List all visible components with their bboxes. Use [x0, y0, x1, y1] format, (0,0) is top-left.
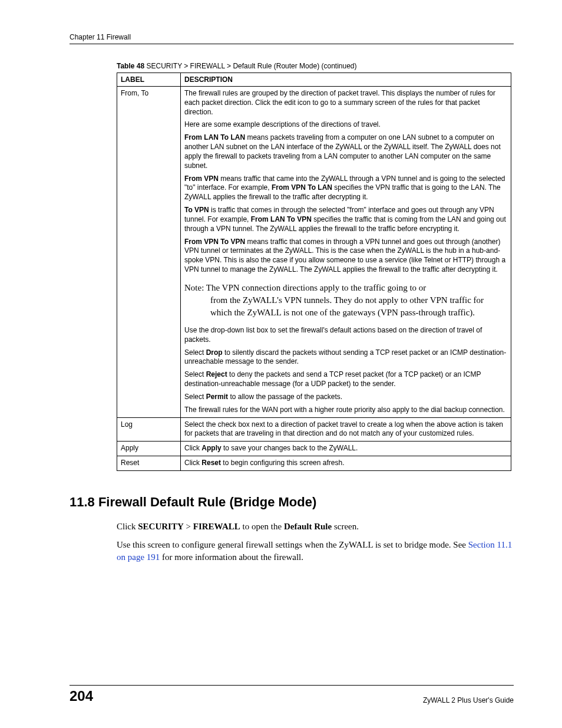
- default-rule-table: Label Description From, To The firewall …: [117, 73, 511, 471]
- note-body: from the ZyWALL's VPN tunnels. They do n…: [184, 294, 507, 319]
- text: Click Reset to begin configuring this sc…: [184, 459, 507, 468]
- text: to silently discard the packets without …: [184, 348, 506, 366]
- table-row: Apply Click Apply to save your changes b…: [117, 442, 511, 456]
- text: Click: [184, 444, 201, 452]
- text: Select: [184, 370, 206, 378]
- text: The firewall rules for the WAN port with…: [184, 406, 507, 415]
- bold: From VPN To VPN: [184, 238, 245, 246]
- text: Use this screen to configure general fir…: [117, 540, 468, 549]
- text: for more information about the firewall.: [160, 552, 303, 562]
- bold: Permit: [206, 393, 228, 401]
- body-paragraph: Click SECURITY > FIREWALL to open the De…: [70, 521, 514, 533]
- table-row: Reset Click Reset to begin configuring t…: [117, 456, 511, 471]
- text: Here are some example descriptions of th…: [184, 120, 507, 130]
- table-caption-label: Table 48: [117, 62, 144, 70]
- bold: FIREWALL: [193, 522, 240, 531]
- body-paragraph: Use this screen to configure general fir…: [70, 539, 514, 564]
- text: >: [184, 522, 193, 531]
- row-label-log: Log: [117, 417, 181, 442]
- th-label: Label: [117, 73, 181, 87]
- section-heading: 11.8 Firewall Default Rule (Bridge Mode): [70, 495, 514, 510]
- th-description: Description: [181, 73, 511, 87]
- text: Select Permit to allow the passage of th…: [184, 393, 507, 402]
- chapter-header: Chapter 11 Firewall: [70, 33, 514, 41]
- text: Select Drop to silently discard the pack…: [184, 348, 507, 367]
- bold: To VPN: [184, 206, 209, 214]
- text: From LAN To LAN means packets traveling …: [184, 133, 507, 170]
- bold: Reset: [201, 459, 221, 467]
- guide-title: ZyWALL 2 Plus User's Guide: [423, 696, 514, 704]
- text: The firewall rules are grouped by the di…: [184, 89, 507, 117]
- text: Select the check box next to a direction…: [184, 420, 507, 439]
- row-desc-apply: Click Apply to save your changes back to…: [181, 442, 511, 456]
- note-first-line: The VPN connection directions apply to t…: [206, 283, 427, 292]
- row-label-apply: Apply: [117, 442, 181, 456]
- text: Select: [184, 348, 206, 357]
- bold: Reject: [206, 370, 227, 378]
- text: screen.: [332, 522, 359, 531]
- row-desc-log: Select the check box next to a direction…: [181, 417, 511, 442]
- table-row: Log Select the check box next to a direc…: [117, 417, 511, 442]
- text: From VPN means traffic that came into th…: [184, 174, 507, 202]
- text: To VPN is traffic that comes in through …: [184, 206, 507, 233]
- text: Select: [184, 393, 206, 401]
- text: to begin configuring this screen afresh.: [221, 459, 344, 467]
- bold: Apply: [201, 444, 221, 452]
- page-footer: 204 ZyWALL 2 Plus User's Guide: [70, 685, 514, 704]
- bold: From LAN To LAN: [184, 133, 245, 141]
- header-rule: [70, 44, 514, 44]
- note-block: Note: The VPN connection directions appl…: [184, 282, 507, 319]
- bold: From LAN To VPN: [251, 215, 312, 223]
- bold: From VPN To LAN: [272, 183, 332, 192]
- note-lead: Note:: [184, 283, 206, 292]
- table-caption-text: SECURITY > FIREWALL > Default Rule (Rout…: [144, 62, 356, 70]
- text: Click: [184, 459, 201, 467]
- text: to allow the passage of the packets.: [228, 393, 342, 401]
- row-label-from-to: From, To: [117, 87, 181, 418]
- text: to save your changes back to the ZyWALL.: [222, 444, 358, 452]
- text: Click: [117, 522, 138, 531]
- bold: Default Rule: [284, 522, 332, 531]
- table-row: From, To The firewall rules are grouped …: [117, 87, 511, 418]
- text: Click Apply to save your changes back to…: [184, 444, 507, 453]
- row-desc-reset: Click Reset to begin configuring this sc…: [181, 456, 511, 471]
- row-label-reset: Reset: [117, 456, 181, 471]
- table-caption: Table 48 SECURITY > FIREWALL > Default R…: [70, 62, 514, 70]
- bold: SECURITY: [138, 522, 184, 531]
- page-number: 204: [70, 688, 93, 704]
- bold: From VPN: [184, 174, 219, 183]
- text: Use the drop-down list box to set the fi…: [184, 326, 507, 345]
- text: Select Reject to deny the packets and se…: [184, 370, 507, 389]
- text: From VPN To VPN means traffic that comes…: [184, 238, 507, 275]
- row-desc-from-to: The firewall rules are grouped by the di…: [181, 87, 511, 418]
- bold: Drop: [206, 348, 223, 357]
- text: to deny the packets and send a TCP reset…: [184, 370, 481, 388]
- text: to open the: [240, 522, 284, 531]
